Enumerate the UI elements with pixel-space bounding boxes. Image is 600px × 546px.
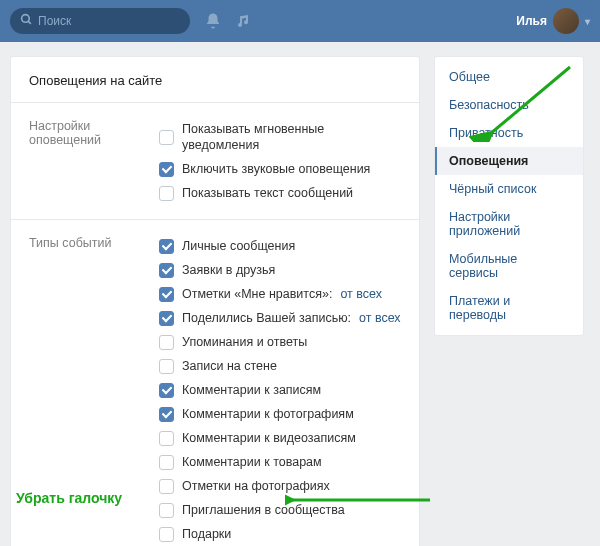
section-label: Типы событий — [29, 234, 159, 546]
settings-panel: Оповещения на сайте Настройки оповещений… — [10, 56, 420, 546]
filter-link[interactable]: от всех — [359, 310, 401, 326]
checkbox[interactable] — [159, 383, 174, 398]
user-menu[interactable]: Илья ▾ — [516, 8, 590, 34]
sidebar-item[interactable]: Настройки приложений — [435, 203, 583, 245]
sidebar-item[interactable]: Общее — [435, 63, 583, 91]
section-body: Показывать мгновенные уведомленияВключит… — [159, 117, 401, 205]
checkbox[interactable] — [159, 455, 174, 470]
checkbox-label: Подарки — [182, 526, 231, 542]
sidebar-item[interactable]: Чёрный список — [435, 175, 583, 203]
event-type-row[interactable]: Приглашения в сообщества — [159, 498, 401, 522]
bell-icon[interactable] — [204, 12, 222, 30]
checkbox-label: Включить звуковые оповещения — [182, 161, 370, 177]
notif-row[interactable]: Показывать текст сообщений — [159, 181, 401, 205]
checkbox[interactable] — [159, 186, 174, 201]
checkbox-label: Заявки в друзья — [182, 262, 275, 278]
event-type-row[interactable]: Записи на стене — [159, 354, 401, 378]
chevron-down-icon: ▾ — [585, 16, 590, 27]
event-type-row[interactable]: Комментарии к видеозаписям — [159, 426, 401, 450]
checkbox[interactable] — [159, 162, 174, 177]
checkbox[interactable] — [159, 263, 174, 278]
event-type-row[interactable]: Комментарии к товарам — [159, 450, 401, 474]
checkbox[interactable] — [159, 130, 174, 145]
checkbox[interactable] — [159, 335, 174, 350]
section-body: Личные сообщенияЗаявки в друзьяОтметки «… — [159, 234, 401, 546]
checkbox[interactable] — [159, 287, 174, 302]
event-type-row[interactable]: Поделились Вашей записью: от всех — [159, 306, 401, 330]
checkbox-label: Личные сообщения — [182, 238, 295, 254]
checkbox-label: Отметки «Мне нравится»: — [182, 286, 332, 302]
search-icon — [20, 13, 33, 29]
event-type-row[interactable]: Личные сообщения — [159, 234, 401, 258]
checkbox[interactable] — [159, 527, 174, 542]
checkbox-label: Упоминания и ответы — [182, 334, 307, 350]
svg-line-1 — [28, 21, 31, 24]
checkbox-label: Комментарии к записям — [182, 382, 321, 398]
checkbox[interactable] — [159, 407, 174, 422]
checkbox-label: Приглашения в сообщества — [182, 502, 345, 518]
checkbox[interactable] — [159, 359, 174, 374]
checkbox-label: Комментарии к товарам — [182, 454, 322, 470]
sidebar-item[interactable]: Мобильные сервисы — [435, 245, 583, 287]
sidebar-item[interactable]: Оповещения — [435, 147, 583, 175]
checkbox-label: Показывать мгновенные уведомления — [182, 121, 401, 153]
event-type-row[interactable]: Отметки на фотографиях — [159, 474, 401, 498]
checkbox-label: Комментарии к видеозаписям — [182, 430, 356, 446]
music-icon[interactable] — [236, 13, 252, 29]
search-wrap — [10, 8, 190, 34]
checkbox[interactable] — [159, 479, 174, 494]
checkbox[interactable] — [159, 431, 174, 446]
event-type-row[interactable]: Упоминания и ответы — [159, 330, 401, 354]
svg-point-0 — [22, 15, 30, 23]
notif-row[interactable]: Включить звуковые оповещения — [159, 157, 401, 181]
settings-nav: ОбщееБезопасностьПриватностьОповещенияЧё… — [434, 56, 584, 336]
avatar — [553, 8, 579, 34]
user-name: Илья — [516, 14, 547, 28]
event-type-row[interactable]: Комментарии к фотографиям — [159, 402, 401, 426]
event-type-row[interactable]: Подарки — [159, 522, 401, 546]
topbar: Илья ▾ — [0, 0, 600, 42]
event-type-row[interactable]: Комментарии к записям — [159, 378, 401, 402]
panel-title: Оповещения на сайте — [11, 73, 419, 102]
notif-row[interactable]: Показывать мгновенные уведомления — [159, 117, 401, 157]
sidebar-item[interactable]: Приватность — [435, 119, 583, 147]
section-notification-settings: Настройки оповещений Показывать мгновенн… — [11, 102, 419, 219]
checkbox-label: Записи на стене — [182, 358, 277, 374]
filter-link[interactable]: от всех — [340, 286, 382, 302]
checkbox-label: Показывать текст сообщений — [182, 185, 353, 201]
checkbox-label: Поделились Вашей записью: — [182, 310, 351, 326]
checkbox[interactable] — [159, 503, 174, 518]
search-input[interactable] — [10, 8, 190, 34]
sidebar-item[interactable]: Безопасность — [435, 91, 583, 119]
page: Оповещения на сайте Настройки оповещений… — [0, 42, 600, 546]
section-event-types: Типы событий Личные сообщенияЗаявки в др… — [11, 219, 419, 546]
checkbox[interactable] — [159, 239, 174, 254]
section-label: Настройки оповещений — [29, 117, 159, 205]
sidebar-item[interactable]: Платежи и переводы — [435, 287, 583, 329]
checkbox[interactable] — [159, 311, 174, 326]
event-type-row[interactable]: Заявки в друзья — [159, 258, 401, 282]
checkbox-label: Отметки на фотографиях — [182, 478, 330, 494]
checkbox-label: Комментарии к фотографиям — [182, 406, 354, 422]
event-type-row[interactable]: Отметки «Мне нравится»: от всех — [159, 282, 401, 306]
